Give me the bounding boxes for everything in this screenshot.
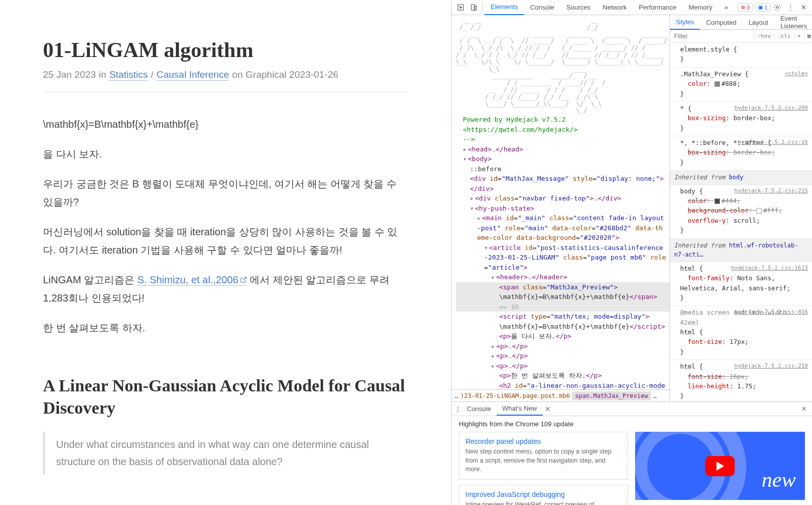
tab-network[interactable]: Network: [597, 0, 633, 15]
blockquote: Under what circumstances and in what way…: [43, 432, 408, 474]
css-rule[interactable]: <style>.MathJax_Preview { color: #888;}: [670, 68, 812, 102]
devtools-toolbar: Elements Console Sources Network Perform…: [452, 0, 812, 15]
dom-node[interactable]: ▸<main id="_main" class="content fade-in…: [456, 213, 670, 243]
tab-memory[interactable]: Memory: [683, 0, 719, 15]
css-rule[interactable]: element.style {}: [670, 43, 812, 68]
close-icon[interactable]: ✕: [799, 403, 809, 415]
tab-computed[interactable]: Computed: [700, 16, 742, 29]
tab-elements[interactable]: Elements: [485, 0, 524, 15]
add-rule-icon[interactable]: +: [794, 31, 804, 41]
inherited-section: Inherited from html.wf-robotoslab-n7-act…: [670, 239, 812, 262]
dom-node[interactable]: ▸<head>…</head>: [456, 144, 670, 155]
drawer-tabs: ⋮ Console What's New ✕ ✕: [452, 402, 812, 416]
dom-node[interactable]: ▸<header>…</header>: [456, 272, 670, 282]
dom-node[interactable]: ▾<article id="post-statistics-causalinfe…: [456, 243, 670, 273]
css-rule[interactable]: hydejack-7.5.2.css:200* { box-sizing: bo…: [670, 102, 812, 136]
close-icon[interactable]: ✕: [545, 405, 551, 413]
dom-node[interactable]: <script type="math/tex; mode=display"> \…: [456, 312, 670, 331]
card-title: Improved JavaScript debugging: [465, 490, 622, 498]
computed-toggle-icon[interactable]: ▦: [804, 31, 812, 41]
webpage-content[interactable]: 01-LiNGAM algorithm 25 Jan 2023 in Stati…: [0, 0, 451, 505]
styles-tabs: Styles Computed Layout Event Listeners »: [670, 15, 812, 30]
paragraph: 우리가 궁금한 것은 B 행렬이 도대체 무엇이냐인데, 여기서 해는 어떻게 …: [43, 175, 408, 211]
drawer-tab-whatsnew[interactable]: What's New: [497, 402, 543, 416]
whatsnew-card[interactable]: Improved JavaScript debugging Inline pre…: [459, 485, 628, 506]
page-title: 01-LiNGAM algorithm: [43, 38, 408, 62]
styles-filter-input[interactable]: [670, 31, 754, 42]
inspect-icon[interactable]: [454, 1, 467, 14]
html-comment: Powered by Hydejack v7.5.2: [456, 115, 670, 125]
kebab-icon[interactable]: ⋮: [455, 405, 461, 413]
dom-tree-panel: __ __ __ __ /_ /_/ /_/ /_/ _ __ _ __ _ _…: [452, 15, 670, 401]
whatsnew-headline: Highlights from the Chrome 109 update: [452, 416, 812, 432]
section-heading: A Linear Non-Gaussian Acyclic Model for …: [43, 375, 408, 419]
cls-button[interactable]: .cls: [774, 31, 794, 41]
card-desc: Inline preview for WeakRef, correct prev…: [465, 500, 622, 506]
dom-node[interactable]: ▸<p>…</p>: [456, 341, 670, 351]
css-rule[interactable]: hydejack-7.5.2.css:215body { color: #444…: [670, 185, 812, 239]
svg-point-4: [776, 7, 778, 9]
dom-node[interactable]: <div id="MathJax_Message" style="display…: [456, 174, 670, 193]
tab-styles[interactable]: Styles: [670, 15, 700, 30]
category-link-statistics[interactable]: Statistics: [109, 69, 148, 81]
category-link-causal[interactable]: Causal Inference: [157, 69, 229, 81]
drawer-tab-console[interactable]: Console: [461, 402, 497, 415]
inherited-section: Inherited from body: [670, 171, 812, 185]
dom-node[interactable]: <h2 id="a-linear-non-gaussian-acyclic-mo…: [456, 381, 670, 389]
tab-more[interactable]: »: [719, 0, 734, 15]
drawer-panel: ⋮ Console What's New ✕ ✕ Highlights from…: [452, 401, 812, 505]
dom-node[interactable]: ▸<div class="navbar fixed-top">…</div>: [456, 193, 670, 204]
svg-rect-2: [471, 5, 475, 10]
css-rule[interactable]: hydejack-7.5.2.css:210html { font-size: …: [670, 360, 812, 401]
device-icon[interactable]: [467, 1, 480, 14]
paragraph: 을 다시 보자.: [43, 145, 408, 163]
html-comment: <https://qwtel.com/hydejack/>: [456, 125, 670, 135]
paragraph: 한 번 살펴보도록 하자.: [43, 319, 408, 337]
post-meta: 25 Jan 2023 in Statistics / Causal Infer…: [43, 69, 408, 81]
external-link-icon: [240, 276, 247, 283]
dom-node[interactable]: ▾<hy-push-state>: [456, 204, 670, 214]
hov-button[interactable]: :hov: [754, 31, 774, 41]
css-rule[interactable]: hydejack-7.5.2.css:1623html { font-famil…: [670, 262, 812, 307]
error-badge[interactable]: ⊗ 3: [738, 3, 753, 12]
tab-layout[interactable]: Layout: [742, 16, 774, 29]
video-thumbnail[interactable]: new: [635, 432, 805, 500]
dom-node-selected[interactable]: <span class="MathJax_Preview"> \mathbf{x…: [456, 282, 670, 312]
card-title: Recorder panel updates: [465, 437, 622, 445]
css-rule[interactable]: hydejack-7.5.2.css:816@media screen and …: [670, 306, 812, 360]
styles-filter-row: :hov .cls + ▦ ⫿: [670, 30, 812, 43]
svg-line-0: [243, 277, 246, 280]
dom-node[interactable]: <p>한 번 살펴보도록 하자.</p>: [456, 371, 670, 381]
dom-node[interactable]: ▾<body>: [456, 154, 670, 164]
citation-link[interactable]: S. Shimizu, et al.,2006: [137, 274, 247, 286]
equation: \mathbf{x}=B\mathbf{x}+\mathbf{e}: [43, 115, 408, 133]
tab-performance[interactable]: Performance: [633, 0, 682, 15]
card-desc: New step context menu, option to copy a …: [465, 447, 622, 474]
dom-node[interactable]: ▸<p>…</p>: [456, 361, 670, 371]
dom-node[interactable]: ▸<p>…</p>: [456, 351, 670, 361]
tab-console[interactable]: Console: [524, 0, 560, 15]
dom-tree[interactable]: __ __ __ __ /_ /_/ /_/ /_/ _ __ _ __ _ _…: [452, 15, 670, 389]
css-rule[interactable]: hydejack-7.5.2.css:16*, *::before, *::af…: [670, 136, 812, 171]
devtools-panel: Elements Console Sources Network Perform…: [451, 0, 812, 505]
info-badge[interactable]: ▣ 1: [755, 3, 771, 12]
paragraph: 머신러닝에서 solution을 찾을 때 iteration을 상당히 많이 …: [43, 223, 408, 259]
tab-sources[interactable]: Sources: [560, 0, 597, 15]
styles-panel: Styles Computed Layout Event Listeners »…: [670, 15, 812, 401]
html-comment: -->: [456, 134, 670, 144]
paragraph: LiNGAM 알고리즘은 S. Shimizu, et al.,2006 에서 …: [43, 271, 408, 307]
whatsnew-card[interactable]: Recorder panel updates New step context …: [459, 432, 628, 480]
dom-node[interactable]: <p>을 다시 보자.</p>: [456, 331, 670, 341]
dom-node[interactable]: ::before: [456, 164, 670, 174]
play-icon: [705, 456, 735, 476]
ascii-art: __ __ __ __ /_ /_/ /_/ /_/ _ __ _ __ _ _…: [456, 17, 670, 115]
breadcrumb[interactable]: … )23-01-25-LiNGAM.page.post.mb6 span.Ma…: [452, 389, 670, 401]
divider: [43, 92, 408, 92]
styles-list[interactable]: element.style {} <style>.MathJax_Preview…: [670, 43, 812, 401]
